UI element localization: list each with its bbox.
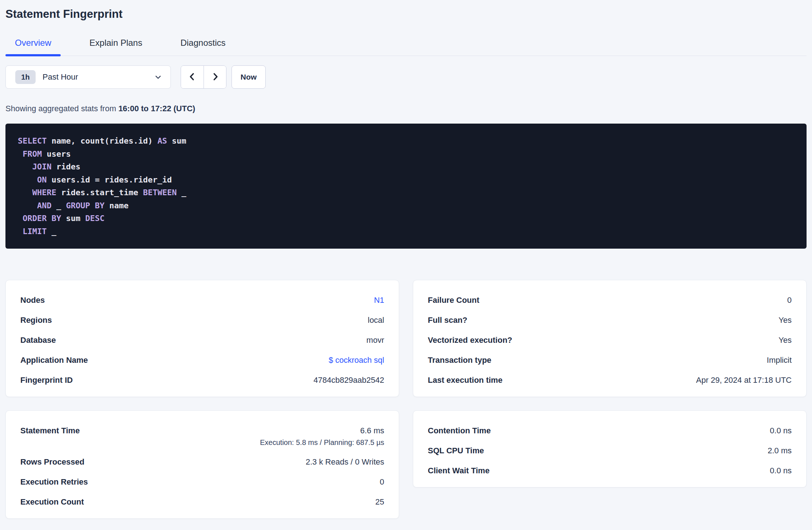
stat-value: 0: [380, 477, 384, 487]
stat-row: Execution Retries0: [20, 472, 384, 492]
page-title: Statement Fingerprint: [5, 7, 807, 21]
stat-value-group: 0.0 ns: [770, 466, 792, 475]
stat-row: Application Name$ cockroach sql: [20, 350, 384, 370]
stat-label: SQL CPU Time: [428, 446, 484, 455]
stat-label: Execution Retries: [20, 477, 88, 487]
prev-range-button[interactable]: [181, 66, 204, 88]
stat-label: Statement Time: [20, 426, 80, 435]
stat-row: SQL CPU Time2.0 ms: [428, 441, 792, 461]
chevron-down-icon: [154, 73, 162, 81]
now-button[interactable]: Now: [232, 65, 266, 89]
stat-row: Client Wait Time0.0 ns: [428, 461, 792, 481]
stat-label: Failure Count: [428, 295, 479, 305]
stat-subvalue: Execution: 5.8 ms / Planning: 687.5 µs: [260, 438, 384, 447]
stat-value-group: 6.6 msExecution: 5.8 ms / Planning: 687.…: [260, 426, 384, 447]
stat-label: Transaction type: [428, 355, 491, 365]
stat-label: Vectorized execution?: [428, 335, 512, 345]
stat-row: Rows Processed2.3 k Reads / 0 Writes: [20, 452, 384, 472]
statement-details-card: NodesN1RegionslocalDatabasemovrApplicati…: [5, 280, 399, 397]
stat-value-group: local: [368, 315, 384, 325]
stat-value-group: 0: [380, 477, 384, 487]
stat-value: Yes: [779, 335, 792, 345]
stat-value-group: Apr 29, 2024 at 17:18 UTC: [696, 375, 792, 385]
stat-value-group: 2.0 ms: [768, 446, 792, 455]
stat-label: Client Wait Time: [428, 466, 490, 475]
stat-value: Implicit: [767, 355, 792, 365]
stat-value: movr: [366, 335, 384, 345]
stat-row: Last execution timeApr 29, 2024 at 17:18…: [428, 370, 792, 390]
stat-row: Regionslocal: [20, 310, 384, 330]
chevron-right-icon: [210, 72, 220, 83]
stat-row: Fingerprint ID4784cb829aab2542: [20, 370, 384, 390]
stat-value: 2.3 k Reads / 0 Writes: [306, 457, 384, 467]
time-range-arrows: [181, 65, 226, 89]
stat-value-group: 0: [787, 295, 792, 305]
stat-value-group: Yes: [779, 335, 792, 345]
sql-statement: SELECT name, count(rides.id) AS sum FROM…: [5, 124, 807, 249]
aggregated-stats-line: Showing aggregated stats from 16:00 to 1…: [5, 104, 807, 113]
stat-value-group: movr: [366, 335, 384, 345]
stat-value-group: Implicit: [767, 355, 792, 365]
stat-label: Regions: [20, 315, 52, 325]
stat-value-group: $ cockroach sql: [329, 355, 384, 365]
time-range-badge: 1h: [15, 70, 36, 84]
stat-row: Execution Count25: [20, 492, 384, 512]
stats-line-prefix: Showing aggregated stats from: [5, 104, 118, 113]
stat-row: Databasemovr: [20, 330, 384, 350]
tab-label: Explain Plans: [89, 38, 142, 48]
stat-value-group: 2.3 k Reads / 0 Writes: [306, 457, 384, 467]
time-range-label: Past Hour: [43, 72, 78, 82]
stat-label: Full scan?: [428, 315, 467, 325]
sql-line: JOIN rides: [18, 160, 794, 173]
sql-line: LIMIT _: [18, 225, 794, 238]
stat-row: NodesN1: [20, 290, 384, 310]
stat-label: Contention Time: [428, 426, 491, 435]
summary-cards: NodesN1RegionslocalDatabasemovrApplicati…: [5, 280, 807, 519]
sql-line: ORDER BY sum DESC: [18, 212, 794, 225]
statement-fingerprint-page: Statement Fingerprint Overview Explain P…: [0, 7, 812, 519]
wait-times-card: Contention Time0.0 nsSQL CPU Time2.0 msC…: [413, 410, 807, 487]
sql-line: ON users.id = rides.rider_id: [18, 173, 794, 186]
stat-label: Rows Processed: [20, 457, 84, 467]
stat-row: Full scan?Yes: [428, 310, 792, 330]
stat-value: 0.0 ns: [770, 426, 792, 435]
stat-row: Failure Count0: [428, 290, 792, 310]
stat-value-link[interactable]: N1: [374, 295, 384, 305]
stat-value-group: 25: [375, 497, 384, 507]
chevron-left-icon: [188, 72, 197, 83]
stat-value: 0.0 ns: [770, 466, 792, 475]
stat-row: Contention Time0.0 ns: [428, 421, 792, 441]
time-controls: 1h Past Hour Now: [5, 65, 807, 89]
stat-row: Statement Time6.6 msExecution: 5.8 ms / …: [20, 421, 384, 452]
next-range-button[interactable]: [204, 66, 226, 88]
sql-line: AND _ GROUP BY name: [18, 199, 794, 212]
tab-diagnostics[interactable]: Diagnostics: [171, 38, 235, 56]
tab-bar: Overview Explain Plans Diagnostics: [5, 38, 807, 56]
stat-value-group: Yes: [779, 315, 792, 325]
stat-value: 6.6 ms: [360, 426, 384, 435]
stat-value: 25: [375, 497, 384, 507]
sql-line: FROM users: [18, 148, 794, 161]
tab-label: Diagnostics: [180, 38, 225, 48]
stat-value-group: N1: [374, 295, 384, 305]
stat-value: Apr 29, 2024 at 17:18 UTC: [696, 375, 792, 385]
stats-line-range: 16:00 to 17:22 (UTC): [118, 104, 196, 113]
tab-overview[interactable]: Overview: [5, 38, 61, 56]
stat-value: 4784cb829aab2542: [313, 375, 384, 385]
stat-row: Vectorized execution?Yes: [428, 330, 792, 350]
stat-label: Application Name: [20, 355, 88, 365]
stat-label: Execution Count: [20, 497, 84, 507]
stat-label: Fingerprint ID: [20, 375, 73, 385]
stat-value: 2.0 ms: [768, 446, 792, 455]
execution-attributes-card: Failure Count0Full scan?YesVectorized ex…: [413, 280, 807, 397]
stat-value: 0: [787, 295, 792, 305]
stat-value: local: [368, 315, 384, 325]
stat-value-group: 0.0 ns: [770, 426, 792, 435]
stat-value-group: 4784cb829aab2542: [313, 375, 384, 385]
time-range-dropdown[interactable]: 1h Past Hour: [5, 65, 171, 89]
stat-row: Transaction typeImplicit: [428, 350, 792, 370]
sql-line: WHERE rides.start_time BETWEEN _: [18, 186, 794, 199]
stat-value-link[interactable]: $ cockroach sql: [329, 355, 384, 365]
tab-explain-plans[interactable]: Explain Plans: [80, 38, 152, 56]
stat-label: Last execution time: [428, 375, 502, 385]
